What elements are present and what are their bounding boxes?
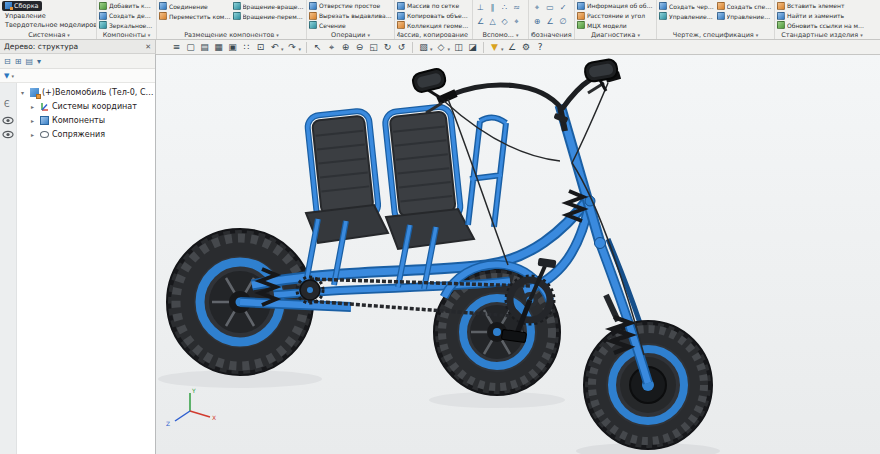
paste-icon[interactable]: ⊡	[254, 41, 267, 54]
chevron-down-icon[interactable]: ▾	[281, 46, 284, 52]
ribbon-group-label[interactable]: Вспомо... ▾	[475, 30, 526, 39]
aux-local-cs-icon[interactable]: ⌖	[511, 15, 522, 28]
display-style-icon[interactable]: ▧	[417, 41, 430, 54]
tree-composition-view-icon[interactable]: ⊞	[15, 57, 22, 66]
manage-linked-button[interactable]: Управление связанными...	[659, 11, 715, 21]
ribbon-group-label[interactable]: Массив, копирование ▾	[397, 30, 470, 39]
visibility-eye-icon[interactable]	[2, 116, 14, 125]
undo-icon[interactable]: ↶	[268, 41, 281, 54]
tree-item-root-assembly[interactable]: ▾ (+)Веломобиль (Тел-0, Сборочных е...	[17, 85, 155, 99]
aux-angle-icon[interactable]: ∠	[475, 15, 486, 28]
expand-arrow-icon[interactable]: ▸	[31, 117, 37, 124]
viewport[interactable]: Y X Z	[156, 55, 880, 454]
expand-arrow-icon[interactable]: ▸	[31, 103, 37, 110]
help-icon[interactable]: ?	[534, 41, 547, 54]
add-component-button[interactable]: Добавить компонент из...	[99, 1, 154, 11]
open-document-icon[interactable]: ▤	[198, 41, 211, 54]
filter-icon[interactable]: ▼	[488, 41, 501, 54]
tree-menu-icon[interactable]: ▾	[37, 57, 41, 66]
aux-contour-icon[interactable]: △	[487, 15, 498, 28]
geometry-collection-button[interactable]: Коллекция геометрии	[397, 20, 470, 30]
mate-coincident-button[interactable]: Соединение	[159, 1, 231, 11]
expand-arrow-icon[interactable]: ▸	[31, 131, 37, 138]
designation-note-icon[interactable]: ▭	[544, 1, 556, 14]
rotation-translation-button[interactable]: Вращение-перемещение	[233, 11, 305, 21]
ribbon-group-label[interactable]: Диагностика ▾	[577, 30, 654, 39]
ribbon-group-label[interactable]: Размещение компонентов ▾	[159, 30, 304, 39]
simple-hole-button[interactable]: Отверстие простое	[309, 1, 392, 11]
insert-element-button[interactable]: Вставить элемент	[777, 1, 867, 11]
aux-plane-icon[interactable]: ∥	[487, 1, 498, 14]
create-part-button[interactable]: Создать деталь	[99, 11, 154, 21]
redo-icon[interactable]: ↷	[286, 41, 299, 54]
aux-point-icon[interactable]: ∴	[499, 1, 510, 14]
designation-diameter-icon[interactable]: ∅	[557, 15, 569, 28]
3d-model-velomobile[interactable]: Y X Z	[156, 55, 880, 454]
designation-base-icon[interactable]: ⌖	[531, 1, 543, 14]
hidden-lines-icon[interactable]: ◫	[452, 41, 465, 54]
model-seat-right[interactable]	[384, 106, 474, 249]
tree-item-components[interactable]: ▸ Компоненты	[17, 113, 155, 127]
aux-axis-icon[interactable]: ⊥	[475, 1, 486, 14]
cursor-icon[interactable]: ↖	[311, 41, 324, 54]
ribbon-group-label[interactable]: Чертеж, спецификация ▾	[659, 30, 772, 39]
save-document-icon[interactable]: ▦	[212, 41, 225, 54]
pan-view-icon[interactable]: ⌖	[325, 41, 338, 54]
filter-icon[interactable]: ▼	[4, 72, 9, 80]
settings-icon[interactable]: ⚙	[520, 41, 533, 54]
tree-list-view-icon[interactable]: ▤	[25, 57, 33, 66]
manage-spec-button[interactable]: Управление спецификац...	[717, 11, 773, 21]
aux-curve-icon[interactable]: ≈	[511, 1, 522, 14]
update-links-button[interactable]: Обновить ссылки на мод...	[777, 20, 867, 30]
zoom-in-icon[interactable]: ⊕	[339, 41, 352, 54]
cut-extrude-button[interactable]: Вырезать выдавливанием	[309, 11, 392, 21]
main-menu-icon[interactable]: ≡	[170, 41, 183, 54]
ribbon-group-label[interactable]: Операции ▾	[309, 30, 392, 39]
ribbon-group-label[interactable]: Обозначения ▾	[531, 30, 572, 39]
distance-angle-button[interactable]: Расстояние и угол	[577, 11, 654, 21]
aux-surface-icon[interactable]: ◇	[499, 15, 510, 28]
collapse-arrow-icon[interactable]: ▾	[21, 89, 27, 96]
ribbon-tab-solid-modeling[interactable]: Твердотельное моделирование	[2, 21, 96, 31]
copy-icon[interactable]: ∷	[240, 41, 253, 54]
object-info-button[interactable]: Информация об объекте	[577, 1, 654, 11]
copy-objects-button[interactable]: Копировать объекты	[397, 11, 470, 21]
ribbon-group-label[interactable]: Стандартные изделия ▾	[777, 30, 867, 39]
ribbon-group-label-system[interactable]: Системная ▾	[2, 30, 96, 39]
tree-structure-view-icon[interactable]: ⊟	[4, 57, 11, 66]
refresh-view-icon[interactable]: ↺	[395, 41, 408, 54]
model-front-wheel[interactable]	[584, 321, 712, 449]
mass-properties-button[interactable]: МЦХ модели	[577, 20, 654, 30]
ribbon-group-label[interactable]: Компоненты ▾	[99, 30, 154, 39]
ribbon-tab-assembly[interactable]: Сборка	[2, 1, 42, 11]
measure-angle-icon[interactable]: ∠	[506, 41, 519, 54]
new-document-icon[interactable]: ▢	[184, 41, 197, 54]
create-spec-button[interactable]: Создать спецификацию	[717, 1, 773, 11]
section-button[interactable]: Сечение	[309, 20, 392, 30]
chevron-down-icon[interactable]: ▾	[430, 46, 433, 52]
mirror-components-button[interactable]: Зеркальное отражение ко...	[99, 20, 154, 30]
move-component-button[interactable]: Переместить компонент	[159, 11, 231, 21]
zoom-out-icon[interactable]: ⊖	[353, 41, 366, 54]
chevron-down-icon[interactable]: ▾	[501, 46, 504, 52]
chevron-down-icon[interactable]: ▾	[448, 46, 451, 52]
zoom-fit-icon[interactable]: ◱	[367, 41, 380, 54]
chevron-down-icon[interactable]: ▾	[299, 46, 302, 52]
rotation-rotation-button[interactable]: Вращение-вращение	[233, 1, 305, 11]
grid-pattern-button[interactable]: Массив по сетке	[397, 1, 470, 11]
designation-target-icon[interactable]: ⊕	[531, 15, 543, 28]
find-replace-button[interactable]: Найти и заменить	[777, 11, 867, 21]
print-icon[interactable]: ▣	[226, 41, 239, 54]
orientation-icon[interactable]: ◇	[435, 41, 448, 54]
visibility-eye-icon[interactable]	[2, 130, 14, 139]
create-drawing-button[interactable]: Создать чертеж по модели	[659, 1, 715, 11]
close-icon[interactable]: ✕	[145, 43, 151, 51]
ribbon-tab-management[interactable]: Управление	[2, 11, 96, 21]
tree-item-coordinate-systems[interactable]: ▸ Системы координат	[17, 99, 155, 113]
section-view-icon[interactable]: ◪	[466, 41, 479, 54]
chevron-down-icon[interactable]: ▾	[11, 73, 14, 79]
designation-angle-icon[interactable]: ∠	[544, 15, 556, 28]
rotate-view-icon[interactable]: ↻	[381, 41, 394, 54]
tree-item-mates[interactable]: ▸ Сопряжения	[17, 127, 155, 141]
designation-check-icon[interactable]: ✓	[557, 1, 569, 14]
